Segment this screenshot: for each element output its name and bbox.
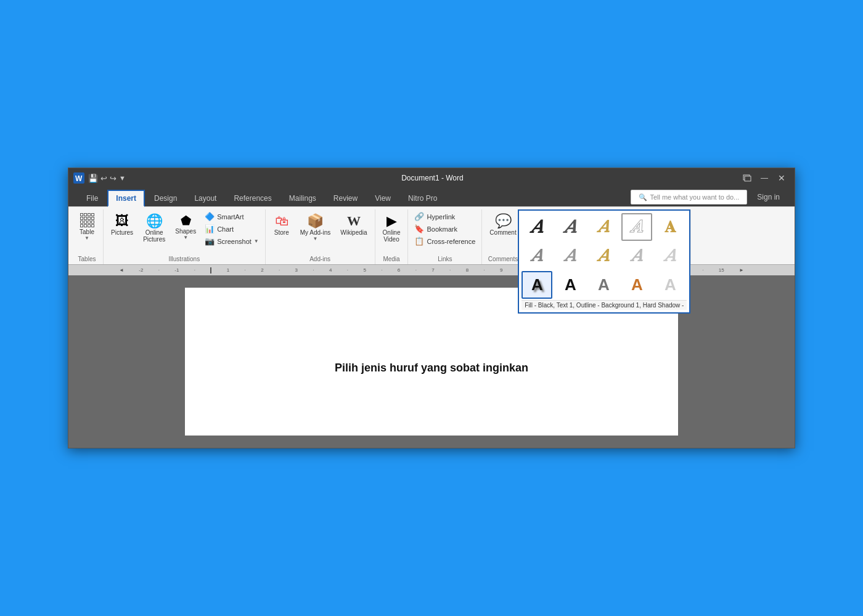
online-video-label: OnlineVideo: [383, 229, 401, 243]
pictures-label: Pictures: [111, 229, 133, 236]
online-pictures-button[interactable]: 🌐 OnlinePictures: [139, 211, 169, 245]
wordart-item-6[interactable]: 𝐴: [521, 242, 552, 270]
restore-window-button[interactable]: [739, 171, 755, 185]
bookmark-icon: 🔖: [414, 224, 424, 233]
tab-mailings[interactable]: Mailings: [281, 190, 324, 206]
tab-references[interactable]: References: [226, 190, 279, 206]
wordart-item-2[interactable]: 𝐴: [555, 213, 586, 241]
wordart-item-8[interactable]: 𝐴: [588, 242, 619, 270]
word-window: W 💾 ↩ ↪ ▼ Document1 - Word — ✕: [68, 168, 795, 448]
shapes-label: Shapes: [175, 228, 196, 235]
wordart-item-11[interactable]: A: [521, 271, 552, 299]
title-bar-controls: — ✕: [739, 171, 790, 185]
comments-group-label: Comments: [486, 254, 520, 264]
ribbon-group-addins: 🛍 Store 📦 My Add-ins ▼ W Wikipedia Add-i…: [266, 209, 375, 264]
wordart-item-12[interactable]: A: [555, 271, 586, 299]
tell-me-search[interactable]: 🔍 Tell me what you want to do...: [631, 190, 747, 205]
ribbon-group-illustrations: 🖼 Pictures 🌐 OnlinePictures ⬟ Shapes ▼ 🔷…: [104, 209, 266, 264]
wikipedia-label: Wikipedia: [340, 229, 367, 236]
wordart-tooltip: Fill - Black, Text 1, Outline - Backgrou…: [521, 300, 687, 310]
wordart-item-14[interactable]: A: [621, 271, 652, 299]
undo-icon[interactable]: ↩: [100, 174, 107, 183]
store-label: Store: [274, 229, 289, 236]
tab-file[interactable]: File: [78, 190, 106, 206]
my-addins-icon: 📦: [307, 213, 324, 229]
tab-review[interactable]: Review: [325, 190, 366, 206]
wordart-item-5[interactable]: 𝐀: [655, 213, 685, 241]
table-button[interactable]: Table ▼: [75, 211, 99, 243]
tell-me-text: Tell me what you want to do...: [650, 193, 739, 201]
tab-view[interactable]: View: [367, 190, 399, 206]
wordart-item-7[interactable]: 𝐴: [555, 242, 586, 270]
chart-icon: 📊: [205, 224, 215, 233]
table-icon: [80, 213, 94, 227]
wordart-item-15[interactable]: A: [655, 271, 685, 299]
wordart-item-13[interactable]: A: [588, 271, 619, 299]
hyperlink-button[interactable]: 🔗 Hyperlink: [412, 211, 478, 222]
store-button[interactable]: 🛍 Store: [269, 211, 294, 238]
links-col: 🔗 Hyperlink 🔖 Bookmark 📋 Cross-reference: [412, 211, 478, 247]
smartart-button[interactable]: 🔷 SmartArt: [202, 211, 261, 222]
illustrations-items: 🖼 Pictures 🌐 OnlinePictures ⬟ Shapes ▼ 🔷…: [107, 209, 261, 254]
screenshot-button[interactable]: 📷 Screenshot ▼: [202, 235, 261, 247]
redo-icon[interactable]: ↪: [110, 174, 117, 183]
tab-layout[interactable]: Layout: [186, 190, 224, 206]
chart-button[interactable]: 📊 Chart: [202, 223, 261, 235]
minimize-button[interactable]: —: [756, 171, 772, 185]
pictures-button[interactable]: 🖼 Pictures: [107, 211, 137, 238]
smartart-label: SmartArt: [217, 213, 243, 221]
screenshot-icon: 📷: [205, 237, 215, 246]
title-bar-left: W 💾 ↩ ↪ ▼: [73, 172, 126, 184]
wordart-gallery: 𝐴 𝐴 𝐴 𝐴 𝐀 𝐴 𝐴 𝐴 𝐴 𝐴 A A A A: [518, 209, 690, 314]
svg-rect-3: [745, 176, 751, 181]
shapes-icon: ⬟: [181, 213, 191, 228]
cross-ref-icon: 📋: [414, 237, 424, 246]
wordart-item-3[interactable]: 𝐴: [588, 213, 619, 241]
window-title: Document1 - Word: [401, 174, 463, 182]
illustrations-col: 🔷 SmartArt 📊 Chart 📷 Screenshot ▼: [202, 211, 261, 247]
table-label: Table: [80, 229, 94, 235]
my-addins-button[interactable]: 📦 My Add-ins ▼: [297, 211, 334, 244]
customize-icon[interactable]: ▼: [119, 174, 126, 182]
bookmark-label: Bookmark: [427, 225, 457, 233]
my-addins-label: My Add-ins: [300, 229, 330, 236]
media-group-label: Media: [379, 254, 404, 264]
save-icon[interactable]: 💾: [88, 174, 98, 183]
comment-button[interactable]: 💬 Comment: [486, 211, 520, 238]
wordart-item-4[interactable]: 𝐴: [621, 213, 652, 241]
links-items: 🔗 Hyperlink 🔖 Bookmark 📋 Cross-reference: [412, 209, 478, 254]
store-icon: 🛍: [275, 213, 288, 229]
ribbon-body: Table ▼ Tables 🖼 Pictures 🌐 OnlinePictur…: [68, 206, 795, 264]
tables-group-label: Tables: [75, 254, 99, 264]
close-button[interactable]: ✕: [774, 171, 790, 185]
bookmark-button[interactable]: 🔖 Bookmark: [412, 223, 478, 235]
tab-insert[interactable]: Insert: [107, 190, 145, 207]
addins-items: 🛍 Store 📦 My Add-ins ▼ W Wikipedia: [269, 209, 371, 254]
comments-items: 💬 Comment: [486, 209, 520, 254]
wordart-item-10[interactable]: 𝐴: [655, 242, 685, 270]
tab-nitro[interactable]: Nitro Pro: [400, 190, 445, 206]
pictures-icon: 🖼: [115, 213, 129, 229]
text-items: A TextBox ▼ 📑 Quick Parts ▼ A WordArt ▼: [600, 209, 687, 253]
online-video-button[interactable]: ▶ OnlineVideo: [379, 211, 404, 245]
chart-label: Chart: [217, 225, 234, 233]
online-pictures-label: OnlinePictures: [143, 229, 165, 243]
svg-text:W: W: [75, 174, 83, 183]
wordart-item-9[interactable]: 𝐴: [621, 242, 652, 270]
document-content: Pilih jenis huruf yang sobat inginkan: [222, 362, 641, 375]
addins-group-label: Add-ins: [269, 254, 371, 264]
sign-in-button[interactable]: Sign in: [752, 190, 785, 205]
screenshot-label: Screenshot: [217, 238, 252, 245]
links-group-label: Links: [412, 254, 478, 264]
ribbon-tabs-row: File Insert Design Layout References Mai…: [68, 188, 795, 206]
wikipedia-button[interactable]: W Wikipedia: [337, 211, 370, 238]
tab-design[interactable]: Design: [146, 190, 185, 206]
online-pictures-icon: 🌐: [146, 213, 163, 229]
cross-reference-button[interactable]: 📋 Cross-reference: [412, 235, 478, 247]
media-items: ▶ OnlineVideo: [379, 209, 404, 254]
screenshot-dropdown: ▼: [254, 238, 259, 244]
online-video-icon: ▶: [387, 213, 397, 229]
shapes-button[interactable]: ⬟ Shapes ▼: [171, 211, 200, 243]
wordart-item-1[interactable]: 𝐴: [521, 213, 552, 241]
ribbon-group-text: A TextBox ▼ 📑 Quick Parts ▼ A WordArt ▼: [596, 209, 692, 264]
